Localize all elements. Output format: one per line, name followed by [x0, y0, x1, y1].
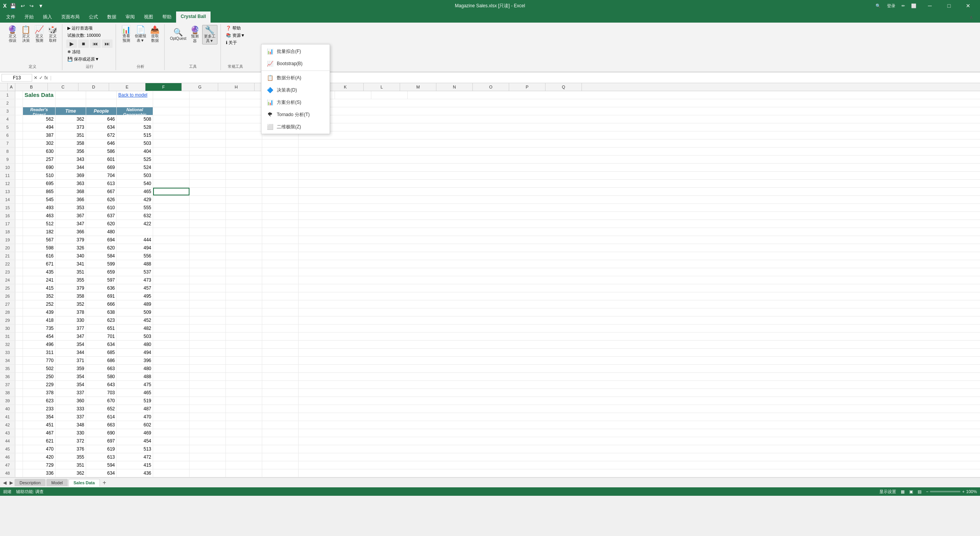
cell-g28[interactable]: [189, 308, 226, 316]
row-num-31[interactable]: 31: [0, 333, 15, 340]
cell-reference-input[interactable]: [2, 74, 32, 82]
col-header-m[interactable]: M: [400, 83, 436, 91]
cell-f24[interactable]: [153, 276, 189, 284]
cell-d20[interactable]: 620: [86, 244, 117, 252]
cell-i29[interactable]: [262, 316, 299, 324]
cell-b14[interactable]: 545: [23, 196, 56, 203]
formula-insert-fn-icon[interactable]: fx: [44, 75, 48, 80]
col-header-q[interactable]: Q: [546, 83, 582, 91]
cell-g47[interactable]: [189, 461, 226, 469]
cell-i18[interactable]: [262, 228, 299, 236]
tab-help[interactable]: 帮助: [158, 11, 176, 23]
cell-h26[interactable]: [226, 292, 262, 300]
cell-e45[interactable]: 513: [117, 445, 153, 453]
cell-g39[interactable]: [189, 397, 226, 405]
cell-h17[interactable]: [226, 220, 262, 228]
cell-f37[interactable]: [153, 381, 189, 388]
cell-d23[interactable]: 659: [86, 268, 117, 276]
cell-e41[interactable]: 470: [117, 413, 153, 421]
cell-i25[interactable]: [262, 284, 299, 292]
menu-item-data-analysis[interactable]: 📋 数据分析(A): [261, 72, 330, 84]
col-header-time[interactable]: Time: [56, 107, 86, 115]
cell-b23[interactable]: 435: [23, 268, 56, 276]
cell-c6[interactable]: 351: [56, 131, 86, 139]
cell-a31[interactable]: [15, 333, 23, 340]
cell-a11[interactable]: [15, 172, 23, 179]
cell-h28[interactable]: [226, 308, 262, 316]
cell-b32[interactable]: 496: [23, 341, 56, 348]
row-num-14[interactable]: 14: [0, 196, 15, 203]
cell-c9[interactable]: 343: [56, 156, 86, 163]
cell-h23[interactable]: [226, 268, 262, 276]
cell-f28[interactable]: [153, 308, 189, 316]
cell-b16[interactable]: 463: [23, 212, 56, 220]
cell-i47[interactable]: [262, 461, 299, 469]
cell-f1[interactable]: [153, 91, 189, 99]
save-restore-btn[interactable]: 💾 保存或还原▼: [66, 56, 100, 62]
cell-b38[interactable]: 378: [23, 389, 56, 397]
cell-a34[interactable]: [15, 357, 23, 364]
cell-e38[interactable]: 465: [117, 389, 153, 397]
cell-h27[interactable]: [226, 300, 262, 308]
sheet-tab-description[interactable]: Description: [15, 479, 46, 486]
cell-c13[interactable]: 368: [56, 188, 86, 195]
cell-h7[interactable]: [226, 139, 262, 147]
cell-a2[interactable]: [15, 99, 23, 107]
cell-h12[interactable]: [226, 180, 262, 187]
cell-a10[interactable]: [15, 164, 23, 171]
col-header-l[interactable]: L: [364, 83, 400, 91]
col-header-c[interactable]: C: [48, 83, 78, 91]
cell-e17[interactable]: 422: [117, 220, 153, 228]
cell-c31[interactable]: 347: [56, 333, 86, 340]
cell-c25[interactable]: 379: [56, 284, 86, 292]
col-header-a[interactable]: A: [8, 83, 15, 91]
cell-g36[interactable]: [189, 373, 226, 380]
cell-f18[interactable]: [153, 228, 189, 236]
redo-btn[interactable]: ↪: [28, 3, 35, 9]
cell-i24[interactable]: [262, 276, 299, 284]
menu-item-tornado[interactable]: 🌪 Tornado 分析(T): [261, 108, 330, 121]
cell-f47[interactable]: [153, 461, 189, 469]
cell-g15[interactable]: [189, 204, 226, 211]
cell-c40[interactable]: 333: [56, 405, 86, 413]
cell-e42[interactable]: 602: [117, 421, 153, 429]
cell-e21[interactable]: 556: [117, 252, 153, 260]
cell-f13[interactable]: [153, 188, 189, 195]
cell-f5[interactable]: [153, 123, 189, 131]
cell-g31[interactable]: [189, 333, 226, 340]
cell-f35[interactable]: [153, 365, 189, 372]
row-num-16[interactable]: 16: [0, 212, 15, 220]
cell-d14[interactable]: 626: [86, 196, 117, 203]
cell-i32[interactable]: [262, 341, 299, 348]
cell-b24[interactable]: 241: [23, 276, 56, 284]
cell-a13[interactable]: [15, 188, 23, 195]
cell-b48[interactable]: 336: [23, 469, 56, 477]
cell-l1[interactable]: [371, 91, 408, 99]
cell-a36[interactable]: [15, 373, 23, 380]
cell-a32[interactable]: [15, 341, 23, 348]
cell-g13[interactable]: [189, 188, 226, 195]
cell-g32[interactable]: [189, 341, 226, 348]
cell-a26[interactable]: [15, 292, 23, 300]
cell-f25[interactable]: [153, 284, 189, 292]
cell-g9[interactable]: [189, 156, 226, 163]
cell-a7[interactable]: [15, 139, 23, 147]
cell-h10[interactable]: [226, 164, 262, 171]
cell-b29[interactable]: 418: [23, 316, 56, 324]
row-num-32[interactable]: 32: [0, 341, 15, 348]
cell-c37[interactable]: 354: [56, 381, 86, 388]
cell-f43[interactable]: [153, 429, 189, 437]
cell-f2[interactable]: [153, 99, 189, 107]
cell-d25[interactable]: 636: [86, 284, 117, 292]
cell-b36[interactable]: 250: [23, 373, 56, 380]
cell-h1[interactable]: [226, 91, 262, 99]
extract-data-btn[interactable]: 📤 提取数据: [149, 25, 161, 44]
cell-i46[interactable]: [262, 453, 299, 461]
cell-i11[interactable]: [262, 172, 299, 179]
page-break-view-btn[interactable]: ▤: [918, 489, 921, 494]
page-layout-view-btn[interactable]: ▣: [909, 489, 913, 494]
cell-d45[interactable]: 619: [86, 445, 117, 453]
cell-h31[interactable]: [226, 333, 262, 340]
cell-b12[interactable]: 695: [23, 180, 56, 187]
cell-e36[interactable]: 488: [117, 373, 153, 380]
